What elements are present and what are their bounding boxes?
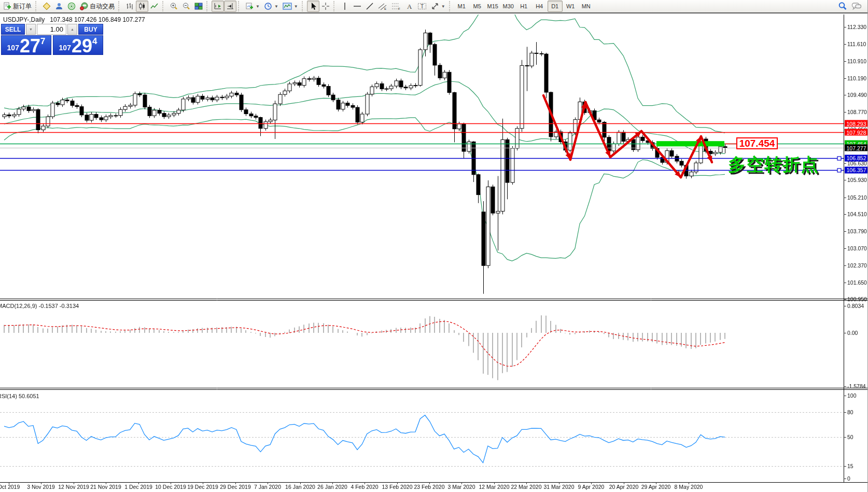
price-tick-label: 110.910 [847, 58, 866, 64]
price-tick-label: 109.490 [847, 92, 867, 98]
sell-button[interactable]: SELL [1, 24, 25, 35]
rsi-indicator-label: RSI(14) 50.6051 [0, 393, 39, 399]
one-click-trading-panel: SELL ▼ 1.00 ▲ BUY 107277 107294 [1, 24, 103, 55]
price-tick-label: 100.950 [847, 296, 867, 302]
buy-price-pips: 29 [72, 38, 92, 54]
mt4-window: 新订单 自动交易 ▼ ▼ ▼ E F A T ▼ [0, 0, 868, 492]
date-tick-label: 19 Dec 2019 [187, 484, 218, 490]
date-tick-label: 29 Dec 2019 [220, 484, 251, 490]
hline-price-label: 107.928 [845, 129, 868, 136]
hline-price-label: 106.357 [845, 166, 868, 173]
date-tick-label: 3 Nov 2019 [27, 484, 55, 490]
macd-indicator-label: MACD(12,26,9) -0.1537 -0.3134 [0, 303, 79, 309]
buy-price-display[interactable]: 107294 [53, 35, 103, 55]
symbol-period-label: USDJPY-,Daily [3, 16, 45, 23]
hline-price-label: 108.293 [845, 120, 868, 127]
date-tick-label: 8 May 2020 [675, 484, 703, 490]
sell-price-point: 7 [40, 36, 45, 47]
date-tick-label: 22 Mar 2020 [511, 484, 542, 490]
price-tick-label: 103.070 [847, 245, 867, 251]
price-tick-label: 103.790 [847, 228, 867, 234]
date-tick-label: 29 Apr 2020 [641, 484, 671, 490]
date-tick-label: 3 Mar 2020 [447, 484, 475, 490]
date-tick-label: Oct 2019 [0, 484, 20, 490]
macd-tick-label: 0.00 [847, 330, 858, 336]
triangle-down-icon: ▼ [29, 27, 33, 31]
date-tick-label: 12 Nov 2019 [58, 484, 89, 490]
rsi-tick-label: 50 [847, 434, 853, 440]
hline-price-label: 106.852 [845, 154, 868, 161]
price-tick-label: 110.190 [847, 75, 866, 81]
price-tick-label: 108.770 [847, 109, 867, 115]
volume-increase-button[interactable]: ▲ [67, 24, 77, 35]
date-tick-label: 9 Apr 2020 [578, 484, 605, 490]
triangle-up-icon: ▲ [71, 27, 74, 31]
rsi-tick-label: 100 [847, 392, 857, 399]
price-tick-label: 104.510 [847, 211, 867, 217]
price-tick-label: 105.930 [847, 177, 867, 183]
rsi-tick-label: 15 [847, 463, 853, 469]
date-tick-label: 7 Jan 2020 [254, 484, 281, 490]
macd-tick-label: -1.5784 [847, 383, 866, 389]
volume-input[interactable]: 1.00 [37, 24, 66, 35]
date-tick-label: 4 Feb 2020 [351, 484, 378, 490]
price-tick-label: 102.370 [847, 262, 867, 269]
sell-price-figure: 107 [7, 44, 19, 52]
chart-ohlc-title: USDJPY-,Daily107.348 107.426 106.849 107… [3, 16, 145, 23]
volume-decrease-button[interactable]: ▼ [26, 24, 36, 35]
buy-button[interactable]: BUY [78, 24, 103, 35]
sell-price-display[interactable]: 107277 [1, 35, 51, 55]
price-tick-label: 105.210 [847, 194, 867, 201]
ohlc-values: 107.348 107.426 106.849 107.277 [50, 16, 145, 23]
price-tick-label: 111.610 [847, 41, 866, 47]
date-tick-label: 23 Feb 2020 [414, 484, 445, 490]
date-tick-label: 13 Feb 2020 [382, 484, 413, 490]
date-tick-label: 16 Jan 2020 [285, 484, 315, 490]
current-price-label: 107.277 [845, 145, 868, 151]
rsi-tick-label: 80 [847, 409, 853, 415]
date-tick-label: 20 Apr 2020 [609, 484, 639, 490]
date-tick-label: 26 Jan 2020 [317, 484, 347, 490]
price-tick-label: 101.650 [847, 279, 867, 286]
macd-tick-label: 0.8034 [847, 303, 864, 309]
date-tick-label: 21 Nov 2019 [90, 484, 121, 490]
buy-price-point: 4 [92, 36, 97, 47]
price-annotation-box[interactable]: 107.454 [736, 137, 778, 149]
price-tick-label: 112.330 [847, 24, 866, 30]
date-tick-label: 31 Mar 2020 [544, 484, 575, 490]
buy-price-figure: 107 [59, 44, 71, 52]
price-chart-canvas[interactable] [0, 0, 868, 492]
date-tick-label: 12 Mar 2020 [479, 484, 510, 490]
date-tick-label: 10 Dec 2019 [155, 484, 186, 490]
pivot-annotation-text[interactable]: 多空转折点 [728, 153, 819, 177]
sell-price-pips: 27 [20, 38, 40, 54]
date-tick-label: 1 Dec 2019 [124, 484, 152, 490]
rsi-tick-label: 0 [847, 475, 850, 482]
